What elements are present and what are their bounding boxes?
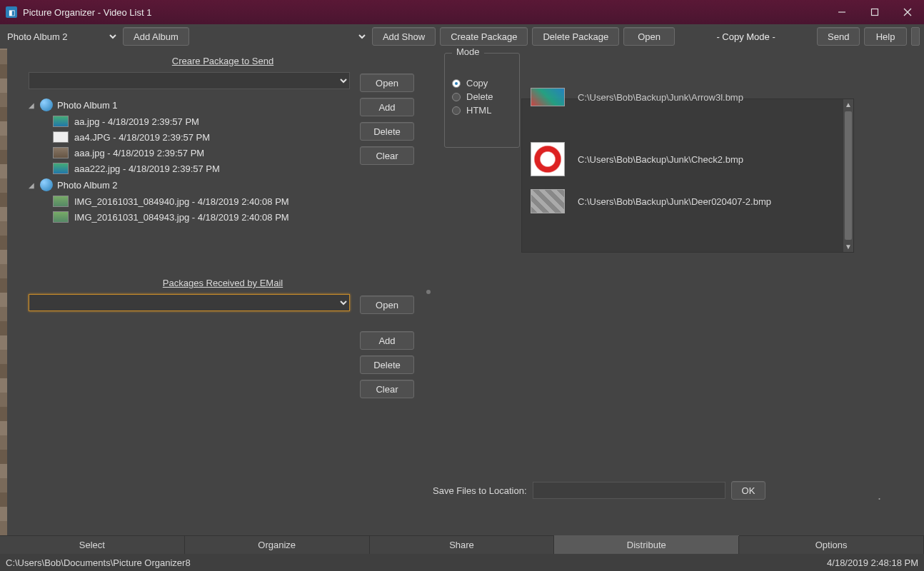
mode-legend: Mode	[452, 46, 484, 57]
tree-item-text: IMG_20161031_084940.jpg - 4/18/2019 2:40…	[74, 196, 289, 207]
received-buttons: Open Add Delete Clear	[360, 295, 417, 398]
received-clear-button[interactable]: Clear	[360, 380, 414, 398]
show-select[interactable]	[194, 28, 368, 45]
help-button[interactable]: Help	[864, 27, 907, 46]
radio-icon	[452, 106, 461, 115]
received-package-select[interactable]	[29, 294, 350, 311]
left-panel: Creare Package to Send ◢Photo Album 1aa.…	[0, 49, 424, 535]
preview-thumbnail	[531, 189, 565, 213]
preview-path: C:\Users\Bob\Backup\Junk\Deer020407-2.bm…	[578, 196, 771, 207]
create-package-button[interactable]: Create Package	[440, 27, 528, 46]
thumbnail-icon	[53, 196, 69, 207]
thumbnail-icon	[53, 131, 69, 143]
scroll-down-icon[interactable]: ▼	[845, 241, 852, 252]
preview-item[interactable]: C:\Users\Bob\Backup\Junk\Arrow3l.bmp	[522, 84, 853, 111]
received-delete-button[interactable]: Delete	[360, 355, 414, 374]
scroll-thumb[interactable]	[845, 111, 852, 240]
create-delete-button[interactable]: Delete	[360, 122, 414, 141]
radio-icon	[452, 79, 461, 88]
close-button[interactable]	[891, 0, 924, 24]
tree-item-text: aa.jpg - 4/18/2019 2:39:57 PM	[74, 116, 199, 127]
received-add-button[interactable]: Add	[360, 331, 414, 350]
tab-organize[interactable]: Organize	[185, 536, 370, 554]
ok-button[interactable]: OK	[731, 481, 765, 500]
add-album-button[interactable]: Add Album	[123, 27, 189, 46]
maximize-button[interactable]	[858, 0, 891, 24]
tree-item-text: IMG_20161031_084943.jpg - 4/18/2019 2:40…	[74, 212, 289, 223]
app-icon: ◧	[6, 6, 17, 18]
thumbnail-icon	[53, 147, 69, 158]
mode-radio-copy[interactable]: Copy	[452, 78, 512, 89]
album-name: Photo Album 2	[57, 180, 118, 191]
album-name: Photo Album 1	[57, 100, 118, 111]
copy-mode-label: - Copy Mode -	[679, 31, 813, 42]
tab-share[interactable]: Share	[370, 536, 555, 554]
create-package-heading: Creare Package to Send	[29, 56, 417, 66]
tree-item-text: aaa.jpg - 4/18/2019 2:39:57 PM	[74, 148, 204, 158]
tab-select[interactable]: Select	[0, 536, 185, 554]
preview-path: C:\Users\Bob\Backup\Junk\Check2.bmp	[578, 154, 743, 165]
tree-item[interactable]: aaa.jpg - 4/18/2019 2:39:57 PM	[29, 145, 350, 161]
mode-radio-delete[interactable]: Delete	[452, 91, 512, 102]
status-bar: C:\Users\Bob\Documents\Picture Organizer…	[0, 554, 924, 571]
radio-label: Copy	[466, 78, 488, 89]
create-clear-button[interactable]: Clear	[360, 146, 414, 165]
preview-thumbnail	[531, 142, 565, 176]
save-label: Save Files to Location:	[433, 485, 527, 496]
toolbar-scroll-indicator[interactable]	[911, 27, 920, 46]
received-list	[29, 317, 350, 488]
tree-item[interactable]: IMG_20161031_084940.jpg - 4/18/2019 2:40…	[29, 193, 350, 209]
open-button[interactable]: Open	[623, 27, 675, 46]
received-heading: Packages Received by EMail	[29, 278, 417, 288]
preview-item[interactable]: C:\Users\Bob\Backup\Junk\Deer020407-2.bm…	[522, 185, 853, 218]
radio-label: HTML	[466, 105, 491, 116]
mode-group: Mode CopyDeleteHTML	[444, 53, 520, 148]
send-button[interactable]: Send	[817, 27, 860, 46]
tree-album[interactable]: ◢Photo Album 2	[29, 176, 350, 193]
tab-distribute[interactable]: Distribute	[554, 536, 739, 554]
minimize-button[interactable]	[825, 0, 858, 24]
radio-label: Delete	[466, 91, 493, 102]
create-buttons: Open Add Delete Clear	[360, 74, 417, 165]
album-tree: ◢Photo Album 1aa.jpg - 4/18/2019 2:39:57…	[29, 96, 350, 268]
decoration-dot: ·	[878, 491, 881, 506]
delete-package-button[interactable]: Delete Package	[532, 27, 619, 46]
status-time: 4/18/2019 2:48:18 PM	[827, 557, 918, 568]
create-add-button[interactable]: Add	[360, 98, 414, 116]
main-area: Creare Package to Send ◢Photo Album 1aa.…	[0, 49, 924, 535]
received-open-button[interactable]: Open	[360, 295, 414, 314]
tab-options[interactable]: Options	[739, 536, 924, 554]
tree-item-text: aaa222.jpg - 4/18/2019 2:39:57 PM	[74, 163, 220, 174]
add-show-button[interactable]: Add Show	[372, 27, 436, 46]
thumbnail-icon	[53, 163, 69, 174]
tree-item[interactable]: IMG_20161031_084943.jpg - 4/18/2019 2:40…	[29, 209, 350, 225]
save-location-input[interactable]	[533, 482, 725, 499]
scroll-up-icon[interactable]: ▲	[845, 99, 852, 110]
bottom-tabs: SelectOrganizeShareDistributeOptions	[0, 535, 924, 554]
tree-album[interactable]: ◢Photo Album 1	[29, 96, 350, 113]
preview-scrollbar[interactable]: ▲ ▼	[843, 99, 853, 252]
titlebar: ◧ Picture Organizer - Video List 1	[0, 0, 924, 24]
save-row: Save Files to Location: OK	[433, 481, 917, 500]
album-icon	[40, 178, 53, 191]
create-package-select[interactable]	[29, 72, 350, 89]
window-title: Picture Organizer - Video List 1	[23, 7, 825, 18]
preview-pane: C:\Users\Bob\Backup\Junk\Arrow3l.bmpC:\U…	[521, 98, 854, 253]
tree-item[interactable]: aa4.JPG - 4/18/2019 2:39:57 PM	[29, 129, 350, 145]
svg-rect-1	[872, 9, 878, 16]
preview-item[interactable]: C:\Users\Bob\Backup\Junk\Check2.bmp	[522, 138, 853, 181]
create-open-button[interactable]: Open	[360, 74, 414, 92]
tree-item-text: aa4.JPG - 4/18/2019 2:39:57 PM	[74, 132, 210, 143]
main-toolbar: Photo Album 2 Add Album Add Show Create …	[0, 24, 924, 49]
album-select[interactable]: Photo Album 2	[4, 28, 119, 45]
tree-item[interactable]: aaa222.jpg - 4/18/2019 2:39:57 PM	[29, 161, 350, 176]
album-icon	[40, 98, 53, 111]
vertical-splitter[interactable]	[424, 49, 433, 535]
caret-icon: ◢	[29, 181, 36, 189]
thumbnail-icon	[53, 211, 69, 223]
mode-radio-html[interactable]: HTML	[452, 105, 512, 116]
caret-icon: ◢	[29, 101, 36, 109]
status-path: C:\Users\Bob\Documents\Picture Organizer…	[6, 557, 191, 568]
tree-item[interactable]: aa.jpg - 4/18/2019 2:39:57 PM	[29, 113, 350, 129]
thumbnail-icon	[53, 116, 69, 127]
